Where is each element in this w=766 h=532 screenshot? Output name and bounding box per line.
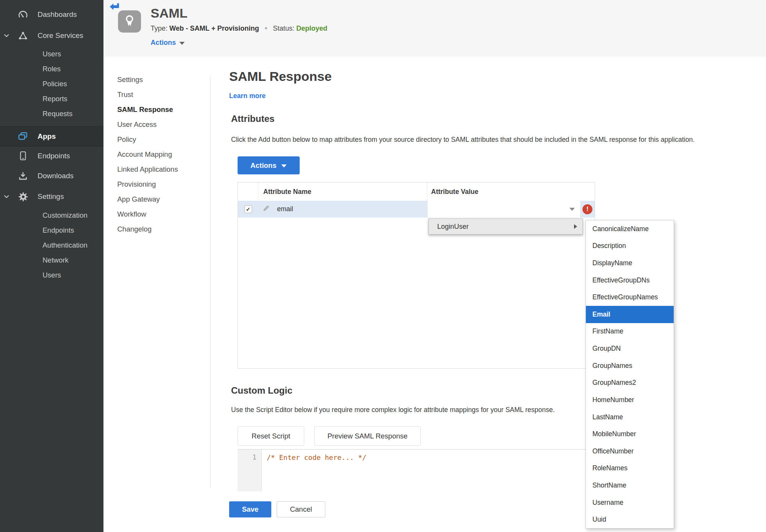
- save-button[interactable]: Save: [229, 501, 271, 517]
- sidebar-item-label: Endpoints: [38, 152, 70, 160]
- submenu-option[interactable]: HomeNumber: [586, 391, 674, 409]
- subnav-item-user-access[interactable]: User Access: [117, 117, 205, 132]
- submenu-option[interactable]: FirstName: [586, 323, 674, 340]
- attributes-heading: Attributes: [231, 113, 274, 124]
- status-label: Status:: [273, 25, 294, 32]
- sidebar-item-users-settings[interactable]: Users: [0, 268, 103, 282]
- sidebar-item-roles[interactable]: Roles: [0, 61, 103, 76]
- submenu-option[interactable]: RoleNames: [586, 460, 674, 477]
- attribute-name-value: email: [277, 205, 293, 213]
- subnav-item-trust[interactable]: Trust: [117, 87, 205, 102]
- gear-icon: [17, 191, 29, 202]
- table-header: Attribute Name Attribute Value: [238, 182, 595, 201]
- attributes-actions-button[interactable]: Actions: [238, 156, 300, 174]
- attributes-description: Click the Add button below to map attrib…: [231, 136, 695, 144]
- sidebar-item-settings[interactable]: Settings: [0, 186, 103, 207]
- subnav-item-app-gateway[interactable]: App Gateway: [117, 192, 205, 207]
- subnav-item-linked-applications[interactable]: Linked Applications: [117, 162, 205, 177]
- row-checkbox-checked[interactable]: ✓: [244, 205, 252, 213]
- sidebar-item-label: Settings: [38, 192, 64, 201]
- sidebar-item-network[interactable]: Network: [0, 253, 103, 268]
- error-icon: !: [582, 204, 592, 214]
- sidebar-item-core-services[interactable]: Core Services: [0, 28, 103, 43]
- page-title: SAML: [151, 6, 187, 21]
- submenu-option[interactable]: ShortName: [586, 477, 674, 494]
- sidebar-item-apps-active[interactable]: Apps: [0, 126, 103, 146]
- subnav-item-saml-response[interactable]: SAML Response: [117, 102, 205, 117]
- actions-button-label: Actions: [251, 161, 277, 170]
- reset-script-button[interactable]: Reset Script: [238, 426, 304, 446]
- app-window: Dashboards Core Services Users Roles Pol…: [0, 0, 766, 532]
- row-checkbox-cell: ✓: [238, 201, 258, 217]
- loginuser-submenu: CanonicalizeName Description DisplayName…: [586, 220, 674, 529]
- vertical-divider: [210, 76, 210, 488]
- submenu-option[interactable]: DisplayName: [586, 255, 674, 272]
- type-value: Web - SAML + Provisioning: [169, 25, 259, 32]
- sidebar-item-requests[interactable]: Requests: [0, 106, 103, 121]
- sidebar: Dashboards Core Services Users Roles Pol…: [0, 0, 103, 532]
- column-header-attribute-name: Attribute Name: [258, 182, 427, 201]
- saml-app-icon: [118, 10, 141, 33]
- sidebar-item-label: Downloads: [38, 172, 74, 180]
- sidebar-item-downloads[interactable]: Downloads: [0, 166, 103, 186]
- sidebar-item-endpoints-settings[interactable]: Endpoints: [0, 223, 103, 238]
- column-header-attribute-value: Attribute Value: [427, 182, 595, 201]
- loginuser-label: LoginUser: [437, 223, 469, 231]
- chevron-down-icon[interactable]: [4, 34, 9, 38]
- sidebar-item-policies[interactable]: Policies: [0, 76, 103, 91]
- attribute-name-cell: email: [258, 201, 428, 217]
- sidebar-item-dashboards[interactable]: Dashboards: [0, 7, 103, 22]
- header-actions-menu[interactable]: Actions: [151, 39, 185, 47]
- attribute-value-dropdown[interactable]: [428, 201, 580, 217]
- subnav-item-provisioning[interactable]: Provisioning: [117, 177, 205, 192]
- apps-icon: [17, 131, 29, 142]
- submenu-option[interactable]: CanonicalizeName: [586, 220, 674, 238]
- submenu-option[interactable]: GroupNames: [586, 357, 674, 374]
- main-content: SAML Response Learn more Attributes Clic…: [229, 65, 616, 532]
- chevron-down-icon[interactable]: [4, 195, 9, 199]
- learn-more-link[interactable]: Learn more: [229, 92, 266, 100]
- section-title: SAML Response: [229, 69, 332, 84]
- pencil-icon[interactable]: [262, 204, 271, 214]
- app-meta: Type: Web - SAML + Provisioning • Status…: [151, 25, 327, 33]
- subnav-item-workflow[interactable]: Workflow: [117, 207, 205, 222]
- script-editor[interactable]: 1 /* Enter code here... */: [238, 449, 595, 491]
- attributes-table: Attribute Name Attribute Value ✓ email: [238, 182, 595, 369]
- dropdown-item-loginuser[interactable]: LoginUser: [428, 218, 583, 235]
- subnav-item-settings[interactable]: Settings: [117, 72, 205, 87]
- subnav-item-changelog[interactable]: Changelog: [117, 222, 205, 236]
- check-icon: ✓: [246, 206, 251, 212]
- actions-label: Actions: [151, 39, 176, 47]
- sidebar-item-reports[interactable]: Reports: [0, 91, 103, 106]
- sidebar-item-customization[interactable]: Customization: [0, 208, 103, 223]
- back-arrow-icon[interactable]: [109, 2, 120, 12]
- subnav-item-policy[interactable]: Policy: [117, 132, 205, 147]
- download-icon: [17, 171, 29, 181]
- sidebar-item-users[interactable]: Users: [0, 46, 103, 61]
- separator-dot: •: [265, 25, 267, 32]
- sidebar-item-endpoints[interactable]: Endpoints: [0, 146, 103, 166]
- chevron-down-icon: [569, 208, 575, 211]
- preview-saml-response-button[interactable]: Preview SAML Response: [314, 426, 421, 446]
- submenu-option[interactable]: Uuid: [586, 511, 674, 528]
- submenu-option[interactable]: GroupNames2: [586, 374, 674, 391]
- submenu-option[interactable]: EffectiveGroupNames: [586, 289, 674, 306]
- editor-code-text[interactable]: /* Enter code here... */: [262, 450, 366, 491]
- submenu-option[interactable]: LastName: [586, 409, 674, 426]
- submenu-option[interactable]: EffectiveGroupDNs: [586, 272, 674, 289]
- submenu-option[interactable]: OfficeNumber: [586, 443, 674, 460]
- settings-submenu: Customization Endpoints Authentication N…: [0, 208, 103, 282]
- subnav-item-account-mapping[interactable]: Account Mapping: [117, 147, 205, 162]
- endpoint-device-icon: [17, 151, 29, 161]
- submenu-option[interactable]: Username: [586, 494, 674, 511]
- submenu-option[interactable]: MobileNumber: [586, 425, 674, 443]
- chevron-down-icon: [179, 42, 185, 45]
- exclamation-glyph: !: [586, 205, 589, 213]
- sidebar-item-authentication[interactable]: Authentication: [0, 238, 103, 253]
- submenu-option[interactable]: GroupDN: [586, 340, 674, 357]
- chevron-down-icon: [281, 164, 287, 167]
- submenu-option-email-selected[interactable]: Email: [586, 306, 674, 323]
- table-row[interactable]: ✓ email !: [238, 201, 595, 218]
- cancel-button[interactable]: Cancel: [277, 501, 325, 517]
- submenu-option[interactable]: Description: [586, 238, 674, 255]
